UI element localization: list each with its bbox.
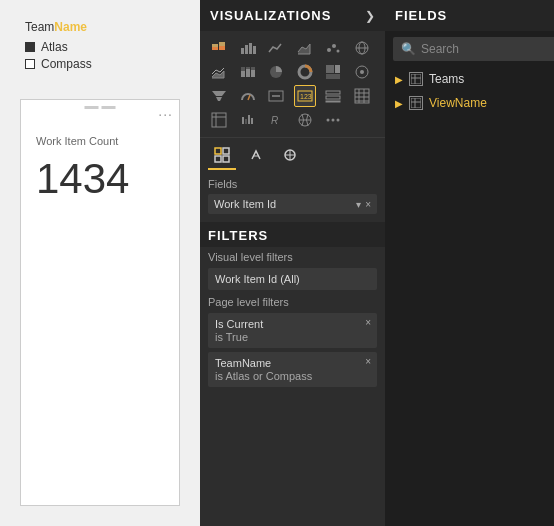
field-tree-item-viewname[interactable]: ▶ ViewName (385, 91, 554, 115)
viz-icon-scatter[interactable] (322, 37, 344, 59)
filter-is-current-value: is True (215, 331, 370, 343)
filter-work-item-id[interactable]: Work Item Id (All) (208, 268, 377, 290)
viz-icon-waterfall[interactable] (237, 109, 259, 131)
legend-swatch-atlas (25, 42, 35, 52)
viz-icon-matrix[interactable] (208, 109, 230, 131)
legend-item-atlas: Atlas (25, 40, 175, 54)
viz-icon-globe2[interactable] (294, 109, 316, 131)
field-pill-remove-icon[interactable]: × (365, 199, 371, 210)
svg-rect-6 (249, 43, 252, 54)
viz-icon-map[interactable] (351, 37, 373, 59)
right-panel: FIELDS ❯ 🔍 ▶ Teams ▶ ViewName (385, 0, 554, 526)
legend-item-compass: Compass (25, 57, 175, 71)
viz-icon-bar-chart[interactable] (237, 37, 259, 59)
viz-icon-more[interactable] (322, 109, 344, 131)
viz-icon-stacked-area[interactable] (208, 61, 230, 83)
svg-rect-58 (215, 156, 221, 162)
legend-area: TeamName Atlas Compass (10, 10, 190, 89)
legend-title-part2: Name (54, 20, 87, 34)
field-tree-item-teams[interactable]: ▶ Teams (385, 67, 554, 91)
svg-rect-4 (241, 48, 244, 54)
svg-rect-67 (411, 98, 421, 108)
search-input[interactable] (421, 42, 554, 56)
filter-teamname-value: is Atlas or Compass (215, 370, 370, 382)
middle-panel: VISUALIZATIONS ❯ (200, 0, 385, 526)
fields-panel-title: FIELDS (395, 8, 447, 23)
svg-rect-34 (326, 91, 340, 94)
viz-icon-gauge[interactable] (237, 85, 259, 107)
viz-icon-stacked-bar[interactable] (208, 37, 230, 59)
legend-swatch-compass (25, 59, 35, 69)
teams-expand-icon[interactable]: ▶ (395, 74, 403, 85)
svg-rect-35 (326, 96, 340, 99)
svg-rect-7 (253, 46, 256, 54)
svg-point-9 (332, 44, 336, 48)
viz-tab-format[interactable] (242, 142, 270, 170)
svg-rect-47 (245, 119, 247, 124)
card-value: 1434 (36, 155, 129, 203)
field-pill-work-item-id[interactable]: Work Item Id ▾ × (208, 194, 377, 214)
filter-teamname-title: TeamName (215, 357, 370, 369)
svg-rect-49 (251, 118, 253, 124)
viz-icon-funnel[interactable] (208, 85, 230, 107)
fields-panel-header: FIELDS ❯ (385, 0, 554, 31)
svg-rect-46 (242, 117, 244, 124)
svg-marker-27 (212, 91, 226, 96)
legend-title: TeamName (25, 20, 175, 34)
svg-line-29 (248, 95, 250, 100)
svg-rect-43 (212, 113, 226, 127)
viz-icon-globe[interactable] (351, 61, 373, 83)
filter-is-current-remove-icon[interactable]: × (365, 317, 371, 328)
viz-icon-slicer[interactable] (322, 85, 344, 107)
svg-rect-24 (326, 74, 340, 79)
viz-icon-kpi[interactable]: 123 (294, 85, 316, 107)
legend-label-atlas: Atlas (41, 40, 68, 54)
filter-is-current[interactable]: Is Current × is True (208, 313, 377, 348)
viz-header-chevron-icon[interactable]: ❯ (365, 9, 375, 23)
svg-point-8 (327, 48, 331, 52)
card-title: Work Item Count (36, 135, 118, 147)
svg-marker-28 (216, 97, 222, 101)
viz-icon-line-chart[interactable] (265, 37, 287, 59)
viz-tab-fields[interactable] (208, 142, 236, 170)
card-dots[interactable]: ··· (158, 106, 173, 122)
svg-rect-2 (219, 42, 225, 46)
svg-rect-36 (326, 101, 340, 102)
svg-point-26 (360, 70, 364, 74)
svg-text:R: R (271, 115, 278, 126)
svg-rect-17 (246, 69, 250, 77)
field-pill-text: Work Item Id (214, 198, 356, 210)
svg-point-53 (327, 119, 330, 122)
viz-icon-donut[interactable] (294, 61, 316, 83)
viz-icon-card-visual[interactable] (265, 85, 287, 107)
viewname-table-icon (409, 96, 423, 110)
viz-tab-analytics[interactable] (276, 142, 304, 170)
svg-point-55 (337, 119, 340, 122)
visual-level-label: Visual level filters (200, 247, 385, 266)
visualizations-title: VISUALIZATIONS (210, 8, 331, 23)
svg-rect-64 (411, 74, 421, 84)
fields-section-label: Fields (208, 178, 377, 190)
viz-icon-treemap[interactable] (322, 61, 344, 83)
svg-rect-3 (219, 46, 225, 50)
svg-rect-48 (248, 115, 250, 124)
viz-icon-r-visual[interactable]: R (265, 109, 287, 131)
viz-icon-table[interactable] (351, 85, 373, 107)
filter-teamname-remove-icon[interactable]: × (365, 356, 371, 367)
left-panel: TeamName Atlas Compass ··· Work Item Cou… (0, 0, 200, 526)
svg-rect-1 (212, 47, 218, 50)
filter-teamname[interactable]: TeamName × is Atlas or Compass (208, 352, 377, 387)
svg-rect-57 (223, 148, 229, 154)
legend-title-part1: Team (25, 20, 54, 34)
viz-icon-100-stacked[interactable] (237, 61, 259, 83)
viz-header: VISUALIZATIONS ❯ (200, 0, 385, 31)
search-box[interactable]: 🔍 (393, 37, 554, 61)
svg-point-10 (337, 50, 340, 53)
svg-rect-19 (251, 70, 255, 77)
field-pill-arrow-icon[interactable]: ▾ (356, 199, 361, 210)
viz-icon-area-chart[interactable] (294, 37, 316, 59)
viewname-expand-icon[interactable]: ▶ (395, 98, 403, 109)
search-icon: 🔍 (401, 42, 416, 56)
card-work-item-count[interactable]: ··· Work Item Count 1434 (20, 99, 180, 506)
viz-icon-pie[interactable] (265, 61, 287, 83)
